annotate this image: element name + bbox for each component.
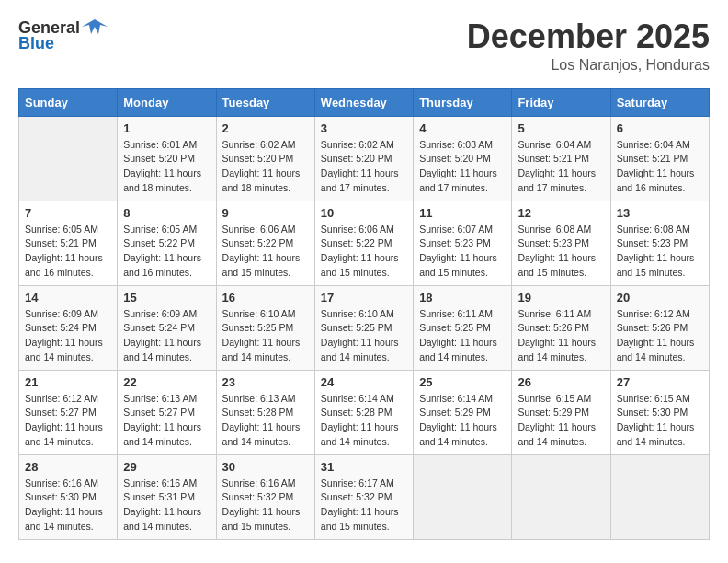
day-number: 26 <box>518 375 604 389</box>
day-number: 10 <box>321 206 407 220</box>
day-number: 16 <box>222 291 309 304</box>
weekday-header-sunday: Sunday <box>19 88 118 116</box>
calendar-cell: 17Sunrise: 6:10 AMSunset: 5:25 PMDayligh… <box>314 285 413 370</box>
calendar-cell: 7Sunrise: 6:05 AMSunset: 5:21 PMDaylight… <box>19 201 118 285</box>
day-info: Sunrise: 6:01 AMSunset: 5:20 PMDaylight:… <box>123 138 210 196</box>
logo: General Blue <box>18 18 108 53</box>
weekday-header-thursday: Thursday <box>414 88 512 116</box>
calendar-cell: 25Sunrise: 6:14 AMSunset: 5:29 PMDayligh… <box>414 370 512 454</box>
day-number: 27 <box>617 375 703 389</box>
calendar-week-row: 28Sunrise: 6:16 AMSunset: 5:30 PMDayligh… <box>19 454 710 539</box>
calendar-cell <box>610 454 709 539</box>
day-info: Sunrise: 6:05 AMSunset: 5:22 PMDaylight:… <box>123 223 210 281</box>
calendar-cell: 8Sunrise: 6:05 AMSunset: 5:22 PMDaylight… <box>118 201 216 285</box>
calendar-cell: 3Sunrise: 6:02 AMSunset: 5:20 PMDaylight… <box>314 116 413 201</box>
day-info: Sunrise: 6:04 AMSunset: 5:21 PMDaylight:… <box>518 138 604 196</box>
calendar-cell: 11Sunrise: 6:07 AMSunset: 5:23 PMDayligh… <box>414 201 512 285</box>
day-number: 28 <box>25 460 111 474</box>
day-number: 5 <box>518 121 604 135</box>
day-info: Sunrise: 6:05 AMSunset: 5:21 PMDaylight:… <box>25 223 111 281</box>
calendar-cell: 9Sunrise: 6:06 AMSunset: 5:22 PMDaylight… <box>216 201 314 285</box>
calendar-cell: 29Sunrise: 6:16 AMSunset: 5:31 PMDayligh… <box>118 454 216 539</box>
day-info: Sunrise: 6:10 AMSunset: 5:25 PMDaylight:… <box>321 307 407 365</box>
day-info: Sunrise: 6:04 AMSunset: 5:21 PMDaylight:… <box>617 138 703 196</box>
calendar-table: SundayMondayTuesdayWednesdayThursdayFrid… <box>18 88 710 540</box>
calendar-cell: 27Sunrise: 6:15 AMSunset: 5:30 PMDayligh… <box>610 370 709 454</box>
calendar-cell <box>512 454 610 539</box>
day-number: 3 <box>321 121 407 135</box>
logo-bird-icon <box>82 17 108 38</box>
calendar-week-row: 1Sunrise: 6:01 AMSunset: 5:20 PMDaylight… <box>19 116 710 201</box>
weekday-header-wednesday: Wednesday <box>314 88 413 116</box>
day-info: Sunrise: 6:16 AMSunset: 5:30 PMDaylight:… <box>25 477 111 534</box>
day-number: 9 <box>222 206 309 220</box>
day-number: 8 <box>123 206 210 220</box>
calendar-cell: 12Sunrise: 6:08 AMSunset: 5:23 PMDayligh… <box>512 201 610 285</box>
day-number: 7 <box>25 206 111 220</box>
logo-blue-text: Blue <box>18 34 54 53</box>
day-info: Sunrise: 6:09 AMSunset: 5:24 PMDaylight:… <box>25 307 111 365</box>
day-info: Sunrise: 6:02 AMSunset: 5:20 PMDaylight:… <box>222 138 309 196</box>
calendar-cell: 1Sunrise: 6:01 AMSunset: 5:20 PMDaylight… <box>118 116 216 201</box>
day-info: Sunrise: 6:14 AMSunset: 5:28 PMDaylight:… <box>321 392 407 450</box>
day-info: Sunrise: 6:06 AMSunset: 5:22 PMDaylight:… <box>321 223 407 281</box>
day-info: Sunrise: 6:08 AMSunset: 5:23 PMDaylight:… <box>617 223 703 281</box>
day-number: 31 <box>321 460 407 474</box>
day-number: 21 <box>25 375 111 389</box>
calendar-cell: 20Sunrise: 6:12 AMSunset: 5:26 PMDayligh… <box>610 285 709 370</box>
day-number: 23 <box>222 375 309 389</box>
day-info: Sunrise: 6:15 AMSunset: 5:29 PMDaylight:… <box>518 392 604 450</box>
calendar-cell: 24Sunrise: 6:14 AMSunset: 5:28 PMDayligh… <box>314 370 413 454</box>
weekday-header-friday: Friday <box>512 88 610 116</box>
day-number: 29 <box>123 460 210 474</box>
calendar-week-row: 21Sunrise: 6:12 AMSunset: 5:27 PMDayligh… <box>19 370 710 454</box>
day-number: 15 <box>123 291 210 304</box>
calendar-header-row: SundayMondayTuesdayWednesdayThursdayFrid… <box>19 88 710 116</box>
location-title: Los Naranjos, Honduras <box>467 57 710 74</box>
calendar-cell: 18Sunrise: 6:11 AMSunset: 5:25 PMDayligh… <box>414 285 512 370</box>
day-info: Sunrise: 6:17 AMSunset: 5:32 PMDaylight:… <box>321 477 407 534</box>
calendar-cell: 15Sunrise: 6:09 AMSunset: 5:24 PMDayligh… <box>118 285 216 370</box>
calendar-cell: 19Sunrise: 6:11 AMSunset: 5:26 PMDayligh… <box>512 285 610 370</box>
calendar-cell: 28Sunrise: 6:16 AMSunset: 5:30 PMDayligh… <box>19 454 118 539</box>
day-number: 12 <box>518 206 604 220</box>
calendar-cell: 2Sunrise: 6:02 AMSunset: 5:20 PMDaylight… <box>216 116 314 201</box>
day-info: Sunrise: 6:12 AMSunset: 5:27 PMDaylight:… <box>25 392 111 450</box>
day-info: Sunrise: 6:13 AMSunset: 5:27 PMDaylight:… <box>123 392 210 450</box>
day-number: 18 <box>419 291 506 304</box>
day-info: Sunrise: 6:02 AMSunset: 5:20 PMDaylight:… <box>321 138 407 196</box>
day-number: 6 <box>617 121 703 135</box>
day-info: Sunrise: 6:08 AMSunset: 5:23 PMDaylight:… <box>518 223 604 281</box>
day-number: 2 <box>222 121 309 135</box>
calendar-cell: 4Sunrise: 6:03 AMSunset: 5:20 PMDaylight… <box>414 116 512 201</box>
calendar-cell: 16Sunrise: 6:10 AMSunset: 5:25 PMDayligh… <box>216 285 314 370</box>
day-number: 30 <box>222 460 309 474</box>
day-info: Sunrise: 6:15 AMSunset: 5:30 PMDaylight:… <box>617 392 703 450</box>
day-number: 13 <box>617 206 703 220</box>
day-number: 14 <box>25 291 111 304</box>
day-number: 20 <box>617 291 703 304</box>
calendar-cell: 22Sunrise: 6:13 AMSunset: 5:27 PMDayligh… <box>118 370 216 454</box>
calendar-cell: 14Sunrise: 6:09 AMSunset: 5:24 PMDayligh… <box>19 285 118 370</box>
calendar-cell: 26Sunrise: 6:15 AMSunset: 5:29 PMDayligh… <box>512 370 610 454</box>
day-number: 4 <box>419 121 506 135</box>
calendar-cell: 5Sunrise: 6:04 AMSunset: 5:21 PMDaylight… <box>512 116 610 201</box>
day-number: 1 <box>123 121 210 135</box>
calendar-cell: 6Sunrise: 6:04 AMSunset: 5:21 PMDaylight… <box>610 116 709 201</box>
weekday-header-saturday: Saturday <box>610 88 709 116</box>
day-number: 24 <box>321 375 407 389</box>
svg-marker-0 <box>82 19 108 34</box>
calendar-cell <box>19 116 118 201</box>
day-number: 19 <box>518 291 604 304</box>
month-title: December 2025 <box>467 18 710 55</box>
weekday-header-monday: Monday <box>118 88 216 116</box>
day-info: Sunrise: 6:06 AMSunset: 5:22 PMDaylight:… <box>222 223 309 281</box>
calendar-cell: 30Sunrise: 6:16 AMSunset: 5:32 PMDayligh… <box>216 454 314 539</box>
weekday-header-tuesday: Tuesday <box>216 88 314 116</box>
day-info: Sunrise: 6:03 AMSunset: 5:20 PMDaylight:… <box>419 138 506 196</box>
day-number: 11 <box>419 206 506 220</box>
calendar-cell: 13Sunrise: 6:08 AMSunset: 5:23 PMDayligh… <box>610 201 709 285</box>
calendar-cell: 23Sunrise: 6:13 AMSunset: 5:28 PMDayligh… <box>216 370 314 454</box>
day-info: Sunrise: 6:12 AMSunset: 5:26 PMDaylight:… <box>617 307 703 365</box>
day-info: Sunrise: 6:09 AMSunset: 5:24 PMDaylight:… <box>123 307 210 365</box>
